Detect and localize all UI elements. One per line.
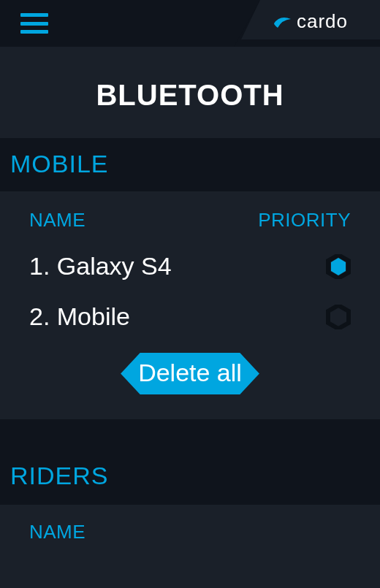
device-row[interactable]: 1. Galaxy S4 bbox=[29, 252, 351, 280]
mobile-content: NAME PRIORITY 1. Galaxy S4 2. Mobile Del… bbox=[0, 191, 380, 419]
delete-all-button[interactable]: Delete all bbox=[121, 353, 259, 394]
page-title: BLUETOOTH bbox=[0, 79, 380, 112]
column-header-priority: PRIORITY bbox=[258, 209, 351, 232]
svg-text:cardo: cardo bbox=[297, 10, 348, 32]
device-name: 2. Mobile bbox=[29, 302, 130, 331]
column-header-name: NAME bbox=[29, 521, 86, 543]
priority-hex-active[interactable] bbox=[326, 254, 351, 279]
section-header-mobile: MOBILE bbox=[0, 138, 380, 191]
priority-hex-inactive[interactable] bbox=[326, 305, 351, 329]
page-title-area: BLUETOOTH bbox=[0, 47, 380, 138]
svg-marker-4 bbox=[331, 258, 346, 275]
menu-icon[interactable] bbox=[20, 13, 48, 34]
column-header-name: NAME bbox=[29, 209, 86, 232]
section-header-riders: RIDERS bbox=[0, 447, 380, 505]
device-name: 1. Galaxy S4 bbox=[29, 252, 172, 280]
brand-logo: cardo bbox=[234, 0, 380, 47]
svg-marker-6 bbox=[331, 308, 346, 326]
section-label-mobile: MOBILE bbox=[10, 150, 370, 178]
section-label-riders: RIDERS bbox=[10, 462, 370, 490]
riders-content: NAME bbox=[0, 505, 380, 587]
top-bar: cardo bbox=[0, 0, 380, 47]
device-row[interactable]: 2. Mobile bbox=[29, 302, 351, 331]
mobile-column-headers: NAME PRIORITY bbox=[29, 209, 351, 232]
section-divider bbox=[0, 419, 380, 447]
